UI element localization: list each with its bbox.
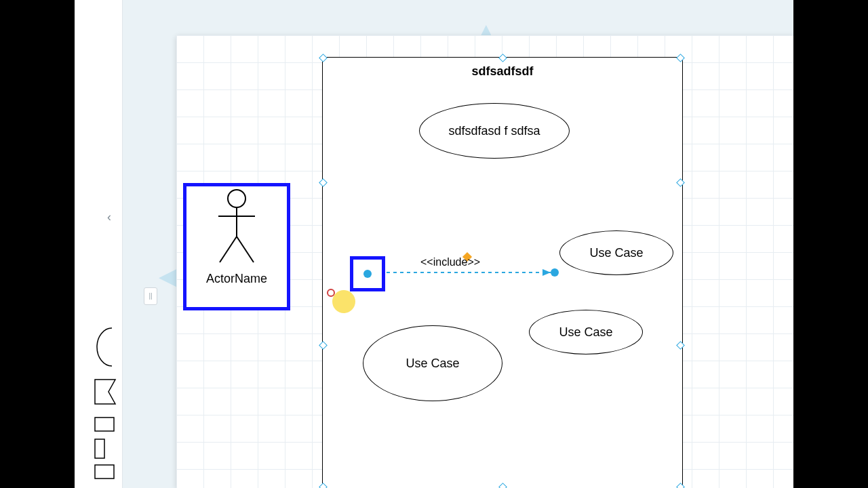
- usecase-2-label: Use Case: [589, 246, 643, 260]
- usecase-3[interactable]: Use Case: [363, 325, 502, 401]
- system-boundary-title[interactable]: sdfsadfsdf: [323, 64, 682, 79]
- svg-marker-1: [95, 380, 115, 404]
- usecase-4-label: Use Case: [559, 325, 612, 340]
- anchor-ring-icon[interactable]: [327, 289, 335, 297]
- usecase-1-label: sdfsdfasd f sdfsa: [448, 124, 540, 138]
- palette-glyphs: ‹: [75, 0, 122, 488]
- svg-rect-3: [95, 439, 104, 458]
- panel-collapse-handle[interactable]: ||: [144, 287, 157, 305]
- usecase-2[interactable]: Use Case: [559, 230, 673, 275]
- svg-rect-4: [95, 465, 114, 479]
- svg-line-11: [237, 237, 254, 262]
- letterbox-right: [793, 0, 868, 488]
- actor-stickman-icon: [206, 186, 267, 268]
- diagram-editor-app: ‹ || ▲ ◀ ▶ sdfsadfsdf: [75, 0, 793, 488]
- actor-label[interactable]: ActorName: [206, 272, 267, 286]
- letterbox-left: [0, 0, 75, 488]
- usecase-4[interactable]: Use Case: [529, 310, 643, 354]
- svg-rect-2: [95, 418, 114, 431]
- resize-handle-s[interactable]: [498, 483, 507, 488]
- shapes-palette[interactable]: ‹: [75, 0, 123, 488]
- usecase-3-label: Use Case: [406, 357, 459, 371]
- svg-marker-6: [542, 269, 551, 276]
- connector-target-endpoint-icon[interactable]: [551, 268, 559, 277]
- connector-source-handle[interactable]: [350, 256, 385, 291]
- include-connector-label[interactable]: <<include>>: [420, 256, 480, 268]
- diagram-canvas[interactable]: sdfsadfsdf sdfsdfasd f sdfsa Use Case Us…: [176, 35, 793, 488]
- page-extend-left-icon[interactable]: ◀: [159, 264, 176, 287]
- actor-shape[interactable]: ActorName: [183, 183, 290, 310]
- svg-text:‹: ‹: [107, 210, 111, 224]
- svg-line-10: [220, 237, 237, 262]
- usecase-1[interactable]: sdfsdfasd f sdfsa: [419, 103, 570, 159]
- drop-highlight: [332, 290, 355, 313]
- handle-icon: ||: [149, 293, 152, 300]
- connector-source-endpoint-icon: [363, 270, 372, 278]
- svg-point-7: [228, 190, 245, 207]
